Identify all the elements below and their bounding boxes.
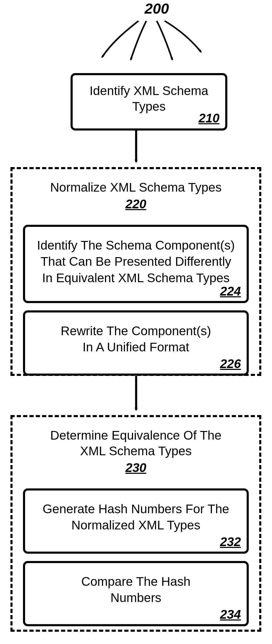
group-normalize: Normalize XML Schema Types 220 Identify … bbox=[10, 167, 261, 376]
substep-identify-ref: 224 bbox=[220, 284, 241, 298]
substep-rewrite-ref: 226 bbox=[220, 357, 241, 371]
arrow-220-230-icon bbox=[128, 376, 144, 415]
group-determine: Determine Equivalence Of TheXML Schema T… bbox=[10, 415, 261, 632]
group-normalize-title: Normalize XML Schema Types bbox=[23, 180, 249, 195]
step-identify-title: Identify XML SchemaTypes bbox=[80, 83, 217, 114]
substep-compare-text: Compare The HashNumbers bbox=[33, 574, 239, 606]
substep-compare: Compare The HashNumbers 234 bbox=[23, 561, 249, 626]
substep-hash-text: Generate Hash Numbers For TheNormalized … bbox=[33, 501, 239, 534]
overall-ref-fanout: 200 bbox=[94, 0, 204, 68]
substep-identify-text: Identify The Schema Component(s)That Can… bbox=[33, 237, 239, 286]
substep-rewrite: Rewrite The Component(s)In A Unified For… bbox=[23, 310, 249, 376]
flowchart-canvas: 200 Identify XML SchemaTypes 210 Normal bbox=[0, 0, 272, 644]
fanout-arrows-icon bbox=[86, 0, 212, 68]
substep-compare-ref: 234 bbox=[220, 607, 241, 622]
group-determine-title: Determine Equivalence Of TheXML Schema T… bbox=[23, 428, 249, 459]
substep-rewrite-text: Rewrite The Component(s)In A Unified For… bbox=[33, 323, 239, 356]
substep-hash: Generate Hash Numbers For TheNormalized … bbox=[23, 488, 249, 554]
arrow-210-220-icon bbox=[128, 131, 144, 167]
substep-hash-ref: 232 bbox=[220, 535, 241, 549]
group-determine-ref: 230 bbox=[125, 460, 146, 475]
substep-identify-components: Identify The Schema Component(s)That Can… bbox=[23, 225, 249, 303]
step-identify-types: Identify XML SchemaTypes 210 bbox=[71, 73, 227, 131]
step-identify-ref: 210 bbox=[199, 111, 219, 125]
group-normalize-ref: 220 bbox=[125, 197, 146, 211]
